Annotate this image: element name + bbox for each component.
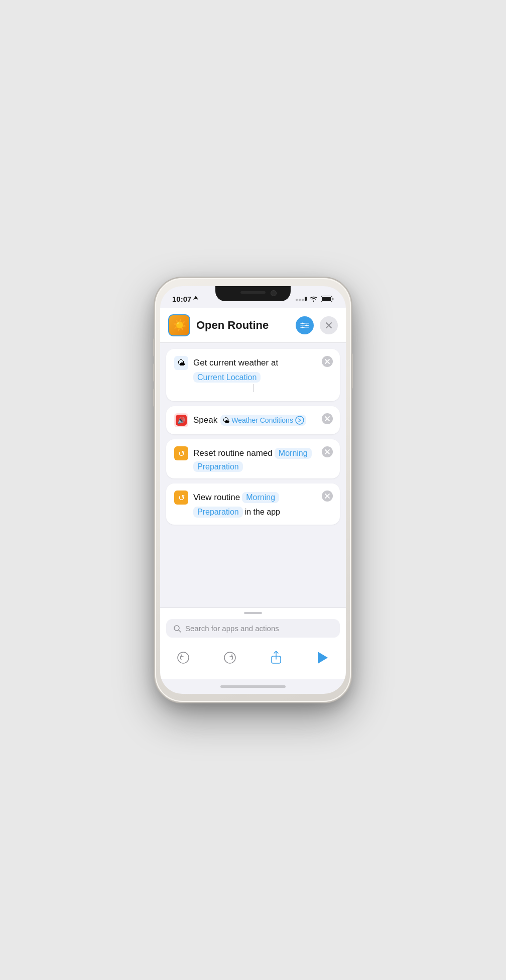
view-icon: ↺ (174, 491, 188, 505)
reset-card-text: Reset routine named Morning (193, 448, 332, 459)
svg-point-32 (178, 652, 189, 663)
app-title: Open Routine (196, 319, 290, 332)
svg-text:↺: ↺ (178, 449, 185, 458)
play-icon (318, 652, 328, 664)
location-icon (193, 296, 198, 302)
redo-icon (223, 651, 236, 664)
status-time: 10:07 (172, 295, 198, 303)
svg-point-33 (224, 652, 235, 663)
view-card-second-row: Preparation in the app (174, 507, 332, 518)
weather-remove-button[interactable] (322, 356, 333, 367)
bottom-handle (244, 612, 262, 614)
share-button[interactable] (265, 647, 287, 669)
reset-preparation-badge[interactable]: Preparation (193, 461, 243, 472)
phone-screen: 10:07 (160, 286, 346, 694)
home-indicator (160, 679, 346, 694)
view-remove-button[interactable] (322, 491, 333, 502)
close-icon (325, 322, 332, 329)
close-button[interactable] (320, 316, 338, 334)
view-preparation-badge[interactable]: Preparation (193, 507, 243, 518)
signal-icon (296, 297, 307, 301)
notch (215, 286, 291, 301)
app-header: ☀️ Open Routine (160, 308, 346, 343)
redo-button[interactable] (219, 647, 241, 669)
reset-icon: ↺ (174, 446, 188, 460)
phone-frame: 10:07 (155, 278, 351, 702)
bottom-sheet: Search for apps and actions (160, 607, 346, 643)
remove-icon-2 (325, 416, 330, 421)
app-icon: ☀️ (168, 314, 190, 336)
card-view: ↺ View routine Morning P (166, 483, 340, 525)
weather-card-icon: 🌤 (174, 356, 188, 370)
svg-text:↺: ↺ (178, 494, 185, 502)
svg-marker-36 (318, 652, 328, 664)
svg-rect-3 (322, 297, 331, 301)
search-bar[interactable]: Search for apps and actions (166, 619, 340, 638)
speak-remove-button[interactable] (322, 413, 333, 424)
reset-card-label: Reset routine named (193, 448, 273, 458)
bottom-toolbar (160, 643, 346, 679)
svg-text:🔊: 🔊 (177, 416, 186, 425)
view-suffix: in the app (245, 508, 280, 517)
view-morning-badge[interactable]: Morning (242, 492, 279, 503)
notch-camera (271, 290, 277, 296)
home-bar (220, 685, 286, 688)
undo-button[interactable] (172, 647, 194, 669)
status-icons (296, 296, 334, 302)
card-reset: ↺ Reset routine named Morning (166, 439, 340, 478)
reset-morning-badge[interactable]: Morning (275, 448, 312, 459)
battery-icon (321, 296, 334, 302)
play-button[interactable] (312, 647, 334, 669)
speak-card-icon: 🔊 (174, 413, 188, 427)
svg-point-19 (296, 416, 304, 424)
remove-icon-3 (325, 449, 330, 454)
card-speak: 🔊 Speak 🌤 Weather Conditions (166, 406, 340, 434)
search-input[interactable]: Search for apps and actions (185, 624, 279, 633)
wifi-icon (310, 296, 318, 302)
view-card-icon: ↺ (174, 491, 188, 505)
filter-button[interactable] (296, 316, 314, 334)
svg-rect-2 (332, 298, 334, 300)
speak-card-label: Speak (193, 415, 217, 425)
reset-card-icon: ↺ (174, 446, 188, 460)
speaker-icon: 🔊 (176, 415, 187, 426)
view-card-label: View routine (193, 493, 240, 503)
remove-icon-4 (325, 494, 330, 499)
speak-card-text: Speak 🌤 Weather Conditions (193, 415, 332, 426)
reset-remove-button[interactable] (322, 446, 333, 457)
arrow-circle-icon (295, 416, 304, 425)
search-icon (173, 625, 181, 633)
weather-conditions-badge-wrap[interactable]: 🌤 Weather Conditions (220, 415, 306, 426)
svg-marker-0 (193, 296, 198, 300)
main-content: 🌤 Get current weather at Current Locatio… (160, 343, 346, 607)
share-icon (271, 651, 282, 664)
view-card-text: View routine Morning (193, 492, 332, 503)
weather-card-label: Get current weather at (193, 358, 278, 368)
card-weather: 🌤 Get current weather at Current Locatio… (166, 349, 340, 401)
weather-conditions-badge: Weather Conditions (231, 416, 293, 424)
undo-icon (177, 651, 190, 664)
notch-speaker (240, 291, 266, 294)
remove-icon (325, 359, 330, 364)
filter-icon (300, 321, 309, 330)
weather-card-text: Get current weather at (193, 358, 332, 368)
time-label: 10:07 (172, 295, 191, 303)
current-location-badge[interactable]: Current Location (193, 372, 261, 383)
svg-line-31 (179, 630, 181, 632)
